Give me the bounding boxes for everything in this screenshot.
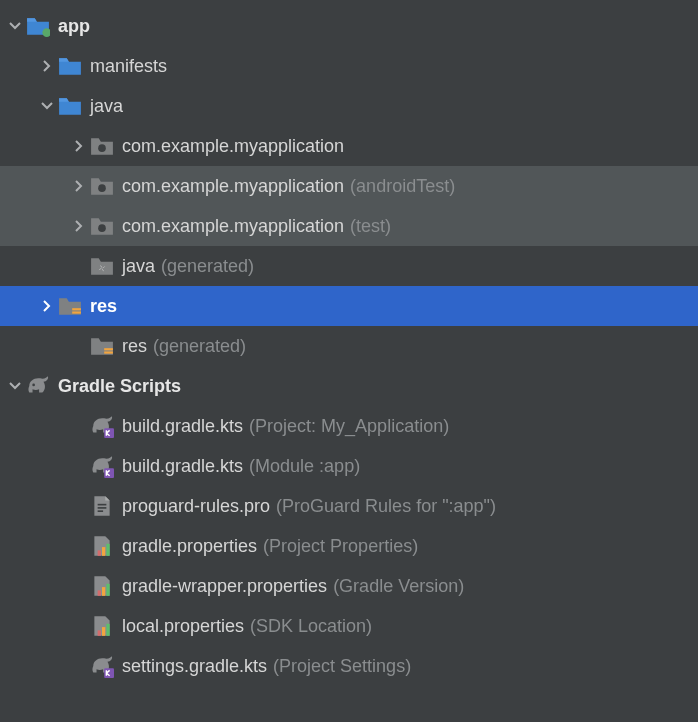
node-suffix: (SDK Location) [250,616,372,637]
tree-node-local-properties[interactable]: local.properties (SDK Location) [0,606,698,646]
node-label: Gradle Scripts [58,376,181,397]
node-label: gradle-wrapper.properties [122,576,327,597]
node-label: res [90,296,117,317]
node-suffix: (androidTest) [350,176,455,197]
gradle-kts-icon [90,414,114,438]
folder-icon [58,54,82,78]
tree-node-settings-gradle[interactable]: settings.gradle.kts (Project Settings) [0,646,698,686]
node-label: java [90,96,123,117]
node-label: build.gradle.kts [122,416,243,437]
folder-res-icon [90,334,114,358]
tree-node-res-generated[interactable]: res (generated) [0,326,698,366]
node-label: manifests [90,56,167,77]
tree-node-java[interactable]: java [0,86,698,126]
chevron-down-icon[interactable] [4,375,26,397]
tree-node-app[interactable]: app [0,6,698,46]
tree-node-manifests[interactable]: manifests [0,46,698,86]
node-label: com.example.myapplication [122,216,344,237]
tree-node-java-generated[interactable]: java (generated) [0,246,698,286]
node-label: com.example.myapplication [122,136,344,157]
node-suffix: (test) [350,216,391,237]
tree-node-package-test[interactable]: com.example.myapplication (test) [0,206,698,246]
tree-node-res[interactable]: res [0,286,698,326]
gradle-icon [26,374,50,398]
properties-file-icon [90,534,114,558]
node-suffix: (generated) [153,336,246,357]
folder-res-icon [58,294,82,318]
chevron-down-icon[interactable] [4,15,26,37]
node-label: settings.gradle.kts [122,656,267,677]
chevron-right-icon[interactable] [68,175,90,197]
node-suffix: (Gradle Version) [333,576,464,597]
chevron-right-icon[interactable] [68,215,90,237]
gradle-kts-icon [90,654,114,678]
chevron-right-icon[interactable] [36,55,58,77]
chevron-down-icon[interactable] [36,95,58,117]
node-label: res [122,336,147,357]
node-label: build.gradle.kts [122,456,243,477]
node-label: proguard-rules.pro [122,496,270,517]
node-label: java [122,256,155,277]
node-suffix: (generated) [161,256,254,277]
node-label: local.properties [122,616,244,637]
module-icon [26,14,50,38]
tree-node-gradle-scripts[interactable]: Gradle Scripts [0,366,698,406]
node-label: gradle.properties [122,536,257,557]
tree-node-build-gradle-module[interactable]: build.gradle.kts (Module :app) [0,446,698,486]
package-icon [90,214,114,238]
package-icon [90,134,114,158]
node-suffix: (ProGuard Rules for ":app") [276,496,496,517]
package-icon [90,174,114,198]
text-file-icon [90,494,114,518]
node-suffix: (Project: My_Application) [249,416,449,437]
node-label: app [58,16,90,37]
folder-icon [58,94,82,118]
tree-node-gradle-properties[interactable]: gradle.properties (Project Properties) [0,526,698,566]
tree-node-package-androidtest[interactable]: com.example.myapplication (androidTest) [0,166,698,206]
properties-file-icon [90,614,114,638]
node-suffix: (Project Properties) [263,536,418,557]
tree-node-build-gradle-project[interactable]: build.gradle.kts (Project: My_Applicatio… [0,406,698,446]
node-suffix: (Project Settings) [273,656,411,677]
tree-node-package-main[interactable]: com.example.myapplication [0,126,698,166]
properties-file-icon [90,574,114,598]
gradle-kts-icon [90,454,114,478]
node-label: com.example.myapplication [122,176,344,197]
node-suffix: (Module :app) [249,456,360,477]
chevron-right-icon[interactable] [36,295,58,317]
project-tree[interactable]: app manifests java com.example.myapplica… [0,0,698,686]
folder-generated-icon [90,254,114,278]
tree-node-proguard[interactable]: proguard-rules.pro (ProGuard Rules for "… [0,486,698,526]
tree-node-gradle-wrapper-properties[interactable]: gradle-wrapper.properties (Gradle Versio… [0,566,698,606]
chevron-right-icon[interactable] [68,135,90,157]
